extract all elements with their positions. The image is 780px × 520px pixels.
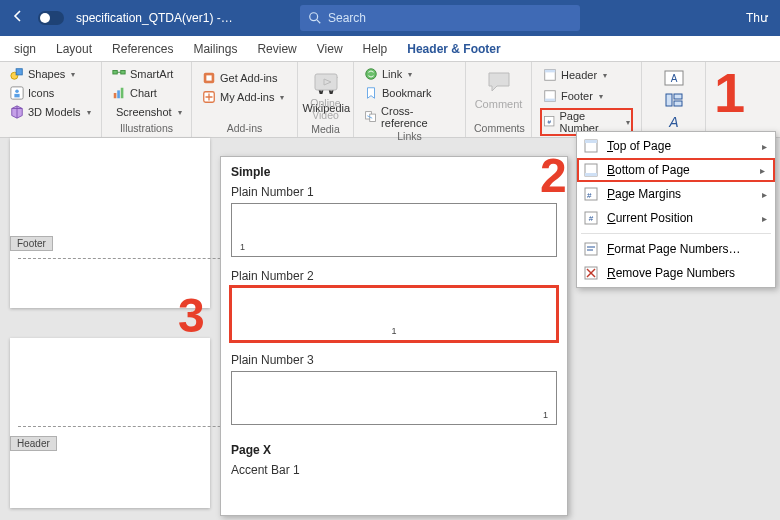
- page-number-menu: Top of Page▸ Bottom of Page▸ # Page Marg…: [576, 131, 776, 288]
- group-media: Online Video Media: [298, 62, 354, 137]
- svg-rect-8: [14, 94, 19, 98]
- svg-rect-18: [206, 75, 211, 80]
- svg-rect-35: [674, 101, 682, 106]
- menu-label: urrent Position: [616, 211, 693, 225]
- gallery-item-accent-bar-1[interactable]: Accent Bar 1: [221, 461, 567, 491]
- cross-reference-button[interactable]: Cross-reference: [362, 104, 457, 130]
- text-box-icon[interactable]: A: [664, 70, 684, 86]
- svg-text:#: #: [587, 191, 592, 200]
- group-illustrations-right: SmartArt Chart Screenshot Illustrations: [102, 62, 192, 137]
- svg-point-2: [310, 13, 318, 21]
- chart-button[interactable]: Chart: [110, 85, 183, 101]
- menu-label: op of Page: [613, 139, 671, 153]
- svg-rect-45: [585, 243, 597, 255]
- svg-text:#: #: [589, 214, 594, 223]
- menu-format-page-numbers[interactable]: Format Page Numbers…: [577, 237, 775, 261]
- annotation-1: 1: [714, 60, 745, 125]
- svg-rect-34: [674, 94, 682, 99]
- ribbon: Shapes Icons 3D Models SmartArt Chart Sc…: [0, 62, 780, 138]
- footer-dropdown[interactable]: Footer: [540, 87, 633, 105]
- svg-rect-33: [666, 94, 672, 106]
- header-dropdown[interactable]: Header: [540, 66, 633, 84]
- 3d-models-button[interactable]: 3D Models: [8, 104, 93, 120]
- gallery-item-plain-3[interactable]: Plain Number 3 1: [221, 351, 567, 435]
- svg-rect-10: [121, 71, 125, 75]
- ribbon-tabs: sign Layout References Mailings Review V…: [0, 36, 780, 62]
- search-placeholder: Search: [328, 11, 366, 25]
- tab-layout[interactable]: Layout: [46, 36, 102, 62]
- svg-text:#: #: [548, 118, 552, 125]
- header-tab[interactable]: Header: [10, 436, 57, 451]
- menu-label: emove Page Numbers: [616, 266, 735, 280]
- annotation-3: 3: [178, 288, 205, 343]
- gallery-category-pagex: Page X: [221, 435, 567, 461]
- tab-header-footer[interactable]: Header & Footer: [397, 36, 510, 62]
- tab-review[interactable]: Review: [247, 36, 306, 62]
- group-header-footer: Header Footer #Page Number: [532, 62, 642, 137]
- online-video-button: Online Video: [306, 66, 345, 123]
- bookmark-button[interactable]: Bookmark: [362, 85, 457, 101]
- svg-rect-26: [545, 70, 556, 73]
- search-box[interactable]: Search: [300, 5, 580, 31]
- comment-button: Comment: [474, 66, 523, 112]
- svg-rect-5: [16, 69, 22, 75]
- tab-references[interactable]: References: [102, 36, 183, 62]
- tab-view[interactable]: View: [307, 36, 353, 62]
- svg-rect-28: [545, 99, 556, 102]
- gallery-item-plain-2[interactable]: Plain Number 2 1: [221, 267, 567, 351]
- group-links: Link Bookmark Cross-reference Links: [354, 62, 466, 137]
- back-icon[interactable]: [0, 8, 36, 28]
- link-button[interactable]: Link: [362, 66, 457, 82]
- group-comments: Comment Comments: [466, 62, 532, 137]
- menu-label: ottom of Page: [615, 163, 690, 177]
- title-bar: specification_QTDA(ver1) -… Search Thư: [0, 0, 780, 36]
- group-label-comments: Comments: [474, 122, 523, 137]
- tab-help[interactable]: Help: [353, 36, 398, 62]
- menu-label: ormat Page Numbers…: [614, 242, 740, 256]
- menu-bottom-of-page[interactable]: Bottom of Page▸: [577, 158, 775, 182]
- menu-remove-page-numbers[interactable]: Remove Page Numbers: [577, 261, 775, 285]
- group-text-a: A A: [642, 62, 706, 137]
- svg-rect-38: [585, 140, 597, 143]
- my-addins-button[interactable]: My Add-ins: [200, 89, 286, 105]
- page-number-gallery: Simple Plain Number 1 1 Plain Number 2 1…: [220, 156, 568, 516]
- tab-design[interactable]: sign: [4, 36, 46, 62]
- tab-mailings[interactable]: Mailings: [183, 36, 247, 62]
- svg-rect-12: [114, 93, 117, 98]
- svg-rect-13: [117, 90, 120, 98]
- svg-rect-9: [113, 71, 117, 75]
- annotation-2: 2: [540, 148, 567, 203]
- wordart-icon[interactable]: A: [664, 114, 684, 130]
- shapes-button[interactable]: Shapes: [8, 66, 93, 82]
- account-name[interactable]: Thư: [746, 11, 768, 25]
- group-label-illustrations: Illustrations: [110, 122, 183, 137]
- footer-tab[interactable]: Footer: [10, 236, 53, 251]
- menu-page-margins[interactable]: # Page Margins▸: [577, 182, 775, 206]
- svg-rect-14: [121, 88, 124, 99]
- group-label-addins: Add-ins: [200, 122, 289, 137]
- document-title: specification_QTDA(ver1) -…: [66, 11, 243, 25]
- svg-point-22: [366, 69, 377, 80]
- group-label-links: Links: [362, 130, 457, 145]
- svg-rect-40: [585, 173, 597, 176]
- group-addins: Get Add-ins My Add-ins W Wikipedia Add-i…: [192, 62, 298, 137]
- autosave-toggle[interactable]: [36, 8, 66, 28]
- get-addins-button[interactable]: Get Add-ins: [200, 70, 286, 86]
- svg-line-3: [317, 20, 320, 23]
- menu-current-position[interactable]: # Current Position▸: [577, 206, 775, 230]
- group-illustrations-left: Shapes Icons 3D Models: [0, 62, 102, 137]
- screenshot-button[interactable]: Screenshot: [110, 104, 183, 120]
- svg-point-1: [40, 13, 50, 23]
- quick-parts-icon[interactable]: [664, 92, 684, 108]
- menu-top-of-page[interactable]: Top of Page▸: [577, 134, 775, 158]
- gallery-category-simple: Simple: [221, 157, 567, 183]
- gallery-item-plain-1[interactable]: Plain Number 1 1: [221, 183, 567, 267]
- svg-text:A: A: [670, 73, 677, 84]
- svg-point-7: [15, 90, 19, 94]
- icons-button[interactable]: Icons: [8, 85, 93, 101]
- group-label-media: Media: [306, 123, 345, 138]
- svg-text:A: A: [668, 114, 678, 130]
- menu-label: age Margins: [615, 187, 681, 201]
- smartart-button[interactable]: SmartArt: [110, 66, 183, 82]
